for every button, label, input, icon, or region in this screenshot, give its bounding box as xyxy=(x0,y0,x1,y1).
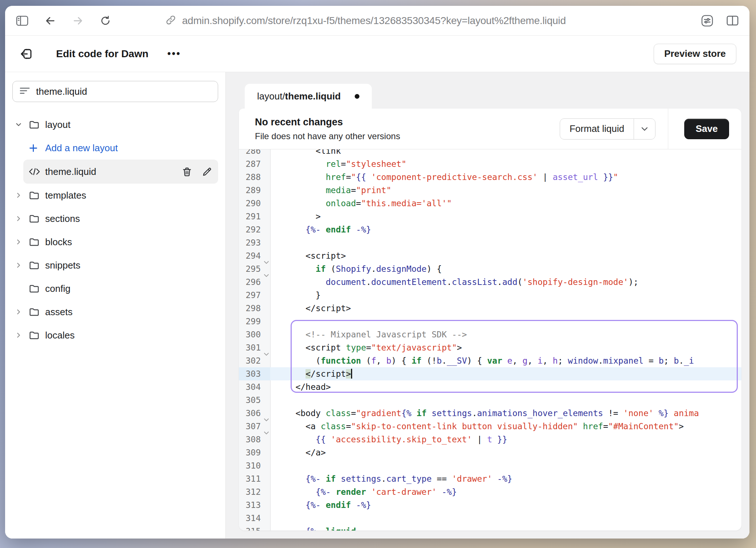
code-line[interactable]: 288 href="{{ 'component-predictive-searc… xyxy=(239,171,741,184)
line-number: 300 xyxy=(239,328,270,341)
line-number: 307 xyxy=(239,420,270,433)
sidebar-item-config[interactable]: config xyxy=(12,277,218,300)
page-title: Edit code for Dawn xyxy=(56,48,149,60)
code-line[interactable]: 303 </script> xyxy=(239,367,741,380)
code-line[interactable]: 286 <link xyxy=(239,149,741,157)
code-line[interactable]: 300 <!-- Mixpanel Javascript SDK --> xyxy=(239,328,741,341)
extensions-icon[interactable] xyxy=(701,15,713,27)
code-line[interactable]: 299 xyxy=(239,315,741,328)
code-line[interactable]: 304 </head> xyxy=(239,380,741,394)
line-number: 290 xyxy=(239,197,270,210)
forward-icon[interactable] xyxy=(72,15,84,27)
sidebar-item-blocks[interactable]: blocks xyxy=(12,230,218,254)
code-line[interactable]: 291 > xyxy=(239,210,741,223)
sidebar-item-sections[interactable]: sections xyxy=(12,207,218,230)
editor-main: layout/theme.liquid No recent changes Fi… xyxy=(226,72,749,539)
code-line[interactable]: 292 {%- endif -%} xyxy=(239,223,741,236)
line-number: 313 xyxy=(239,498,270,512)
unsaved-changes-dot xyxy=(355,94,359,99)
code-line[interactable]: 294 <script> xyxy=(239,249,741,262)
filter-icon xyxy=(19,86,30,97)
code-line[interactable]: 298 </script> xyxy=(239,302,741,315)
chevron-right-icon[interactable] xyxy=(15,238,28,246)
line-number: 296 xyxy=(239,275,270,289)
code-line[interactable]: 311 {%- if settings.cart_type == 'drawer… xyxy=(239,472,741,485)
code-line[interactable]: 305 xyxy=(239,394,741,407)
chevron-right-icon[interactable] xyxy=(15,331,28,339)
line-number: 305 xyxy=(239,394,270,407)
code-line[interactable]: 309 </a> xyxy=(239,446,741,459)
sidebar-item-theme-liquid[interactable]: theme.liquid xyxy=(23,160,218,184)
code-line[interactable]: 307 <a class="skip-to-content-link butto… xyxy=(239,420,741,433)
sidebar-item-label: snippets xyxy=(45,260,80,271)
exit-editor-icon[interactable] xyxy=(20,47,34,61)
line-number: 310 xyxy=(239,459,270,472)
code-line[interactable]: 315 {%- liquid xyxy=(239,525,741,531)
tab-label: layout/theme.liquid xyxy=(257,91,341,102)
overflow-menu-icon[interactable]: ••• xyxy=(168,48,181,59)
address-bar[interactable]: admin.shopify.com/store/rzq1xu-f5/themes… xyxy=(165,6,566,35)
code-line[interactable]: 308 {{ 'accessibility.skip_to_text' | t … xyxy=(239,433,741,446)
format-liquid-split-button: Format liquid xyxy=(560,118,655,140)
line-number: 314 xyxy=(239,512,270,525)
code-line[interactable]: 295 if (Shopify.designMode) { xyxy=(239,262,741,275)
code-line[interactable]: 302 (function (f, b) { if (!b.__SV) { va… xyxy=(239,354,741,367)
delete-file-icon[interactable] xyxy=(182,166,192,177)
split-view-icon[interactable] xyxy=(727,15,739,26)
url-text: admin.shopify.com/store/rzq1xu-f5/themes… xyxy=(182,15,566,27)
save-button[interactable]: Save xyxy=(684,119,729,139)
browser-window: admin.shopify.com/store/rzq1xu-f5/themes… xyxy=(5,6,749,539)
reload-icon[interactable] xyxy=(100,15,111,27)
preview-store-button[interactable]: Preview store xyxy=(654,44,736,64)
code-line[interactable]: 314 xyxy=(239,512,741,525)
line-number: 292 xyxy=(239,223,270,236)
line-number: 288 xyxy=(239,171,270,184)
chevron-right-icon[interactable] xyxy=(15,308,28,316)
code-editor[interactable]: 286 <link287 rel="stylesheet"288 href="{… xyxy=(239,149,741,531)
code-line[interactable]: 313 {%- endif -%} xyxy=(239,498,741,512)
chevron-right-icon[interactable] xyxy=(15,215,28,223)
code-line[interactable]: 293 xyxy=(239,236,741,249)
folder-icon xyxy=(28,260,45,271)
chevron-right-icon[interactable] xyxy=(15,261,28,269)
chevron-down-icon[interactable] xyxy=(15,121,28,129)
sidebar-toggle-icon[interactable] xyxy=(16,15,28,26)
folder-icon xyxy=(28,119,45,130)
line-number: 299 xyxy=(239,315,270,328)
sidebar-item-add-new-layout[interactable]: Add a new layout xyxy=(12,136,218,160)
sidebar-item-snippets[interactable]: snippets xyxy=(12,254,218,277)
code-line[interactable]: 289 media="print" xyxy=(239,184,741,197)
line-number: 303 xyxy=(239,367,270,380)
code-line[interactable]: 287 rel="stylesheet" xyxy=(239,157,741,171)
text-cursor xyxy=(351,369,352,379)
code-line[interactable]: 297 } xyxy=(239,289,741,302)
code-line[interactable]: 312 {%- render 'cart-drawer' -%} xyxy=(239,485,741,498)
editor-status-bar: No recent changes File does not have any… xyxy=(239,109,741,149)
editor-panel: No recent changes File does not have any… xyxy=(239,109,741,531)
sidebar-item-templates[interactable]: templates xyxy=(12,184,218,207)
file-sidebar: layoutAdd a new layouttheme.liquidtempla… xyxy=(5,72,226,539)
sidebar-item-label: layout xyxy=(45,119,70,130)
file-search-box[interactable] xyxy=(12,81,218,102)
format-liquid-button[interactable]: Format liquid xyxy=(560,119,634,139)
code-line[interactable]: 301 <script type="text/javascript"> xyxy=(239,341,741,354)
code-line[interactable]: 306 <body class="gradient{% if settings.… xyxy=(239,407,741,420)
rename-file-icon[interactable] xyxy=(202,167,212,177)
chevron-right-icon[interactable] xyxy=(15,191,28,199)
browser-toolbar: admin.shopify.com/store/rzq1xu-f5/themes… xyxy=(5,6,749,36)
format-options-chevron-icon[interactable] xyxy=(634,119,655,139)
search-input[interactable] xyxy=(36,86,211,97)
code-line[interactable]: 310 xyxy=(239,459,741,472)
sidebar-item-assets[interactable]: assets xyxy=(12,300,218,324)
tab-theme-liquid[interactable]: layout/theme.liquid xyxy=(245,84,372,109)
sidebar-item-label: theme.liquid xyxy=(45,166,96,177)
code-line[interactable]: 290 onload="this.media='all'" xyxy=(239,197,741,210)
line-number: 301 xyxy=(239,341,270,354)
sidebar-item-label: sections xyxy=(45,213,80,224)
code-line[interactable]: 296 document.documentElement.classList.a… xyxy=(239,275,741,289)
line-number: 304 xyxy=(239,380,270,394)
sidebar-item-locales[interactable]: locales xyxy=(12,324,218,347)
sidebar-item-layout[interactable]: layout xyxy=(12,113,218,136)
back-icon[interactable] xyxy=(44,15,56,27)
folder-icon xyxy=(28,283,45,294)
